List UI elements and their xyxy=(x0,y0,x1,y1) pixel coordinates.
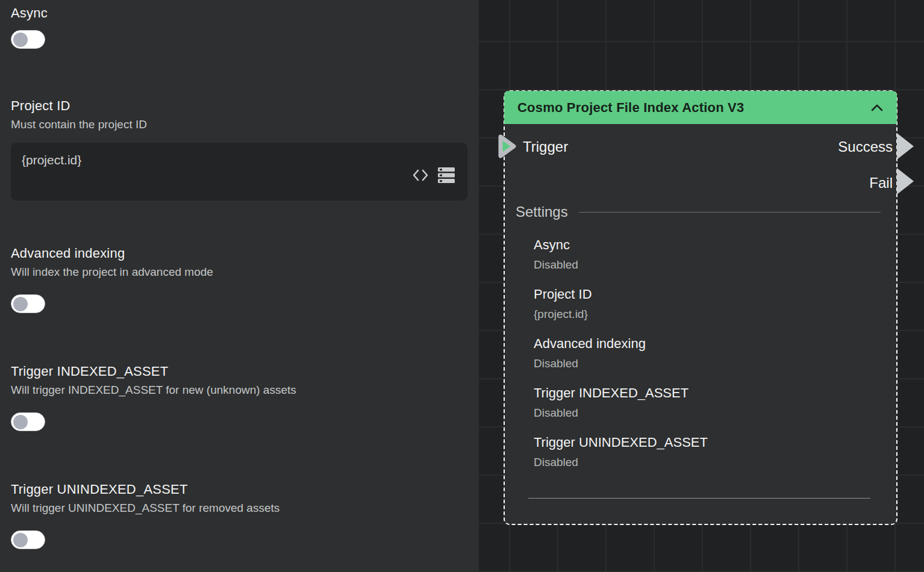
setting-name: Trigger INDEXED_ASSET xyxy=(534,385,881,401)
settings-title: Settings xyxy=(516,204,568,220)
node-config-panel: Async Project ID Must contain the projec… xyxy=(0,0,479,572)
input-actions xyxy=(412,167,455,184)
trigger-unindexed-asset-toggle[interactable] xyxy=(11,530,45,549)
node-title: Cosmo Project File Index Action V3 xyxy=(517,100,870,116)
output-port-success[interactable] xyxy=(897,133,914,160)
setting-async: Async Disabled xyxy=(534,237,881,272)
toggle-knob xyxy=(13,297,28,311)
variable-list-icon[interactable] xyxy=(437,167,455,184)
project-id-input[interactable]: {project.id} xyxy=(11,143,467,201)
setting-name: Async xyxy=(534,237,881,253)
field-description: Will trigger UNINDEXED_ASSET for removed… xyxy=(11,500,468,516)
toggle-knob xyxy=(13,415,28,429)
settings-divider xyxy=(579,212,881,213)
node-cosmo-project-file-index[interactable]: Cosmo Project File Index Action V3 Trigg… xyxy=(504,90,897,525)
field-description: Will index the project in advanced mode xyxy=(11,264,468,280)
setting-name: Project ID xyxy=(534,287,881,302)
setting-trigger-indexed-asset: Trigger INDEXED_ASSET Disabled xyxy=(534,385,881,420)
setting-project-id: Project ID {project.id} xyxy=(534,287,881,321)
field-advanced-indexing: Advanced indexing Will index the project… xyxy=(11,245,468,313)
setting-value: Disabled xyxy=(534,406,881,420)
async-toggle[interactable] xyxy=(11,30,45,49)
setting-name: Advanced indexing xyxy=(534,336,881,352)
input-port-trigger[interactable] xyxy=(498,132,517,163)
code-icon[interactable] xyxy=(412,168,429,182)
settings-entries: Async Disabled Project ID {project.id} A… xyxy=(516,237,881,469)
output-port-label-success: Success xyxy=(838,138,893,155)
toggle-knob xyxy=(13,33,28,47)
setting-advanced-indexing: Advanced indexing Disabled xyxy=(534,336,881,370)
field-trigger-indexed-asset: Trigger INDEXED_ASSET Will trigger INDEX… xyxy=(11,363,468,431)
field-project-id: Project ID Must contain the project ID {… xyxy=(11,98,468,201)
node-footer-divider xyxy=(528,498,870,499)
field-async: Async xyxy=(11,5,468,49)
setting-value: Disabled xyxy=(534,357,881,370)
setting-trigger-unindexed-asset: Trigger UNINDEXED_ASSET Disabled xyxy=(534,435,881,469)
node-header[interactable]: Cosmo Project File Index Action V3 xyxy=(504,91,897,124)
advanced-indexing-toggle[interactable] xyxy=(11,294,45,313)
setting-name: Trigger UNINDEXED_ASSET xyxy=(534,435,881,450)
field-description: Will trigger INDEXED_ASSET for new (unkn… xyxy=(11,382,468,398)
input-port-label: Trigger xyxy=(523,138,568,155)
node-settings-section: Settings Async Disabled Project ID {proj… xyxy=(516,204,881,484)
field-label: Trigger UNINDEXED_ASSET xyxy=(11,481,468,498)
toggle-knob xyxy=(13,533,28,547)
setting-value: Disabled xyxy=(534,258,881,272)
trigger-indexed-asset-toggle[interactable] xyxy=(11,412,45,431)
workflow-editor: Async Project ID Must contain the projec… xyxy=(0,0,924,572)
field-label: Project ID xyxy=(11,98,468,114)
chevron-up-icon[interactable] xyxy=(870,104,884,112)
setting-value: {project.id} xyxy=(534,308,881,321)
output-port-fail[interactable] xyxy=(897,168,914,194)
field-label: Trigger INDEXED_ASSET xyxy=(11,363,468,380)
setting-value: Disabled xyxy=(534,456,881,469)
output-port-label-fail: Fail xyxy=(869,175,893,191)
field-label: Advanced indexing xyxy=(11,245,468,262)
field-label: Async xyxy=(11,5,468,22)
field-description: Must contain the project ID xyxy=(11,117,468,132)
field-trigger-unindexed-asset: Trigger UNINDEXED_ASSET Will trigger UNI… xyxy=(11,481,468,549)
settings-header: Settings xyxy=(516,204,881,220)
project-id-value: {project.id} xyxy=(22,153,81,167)
